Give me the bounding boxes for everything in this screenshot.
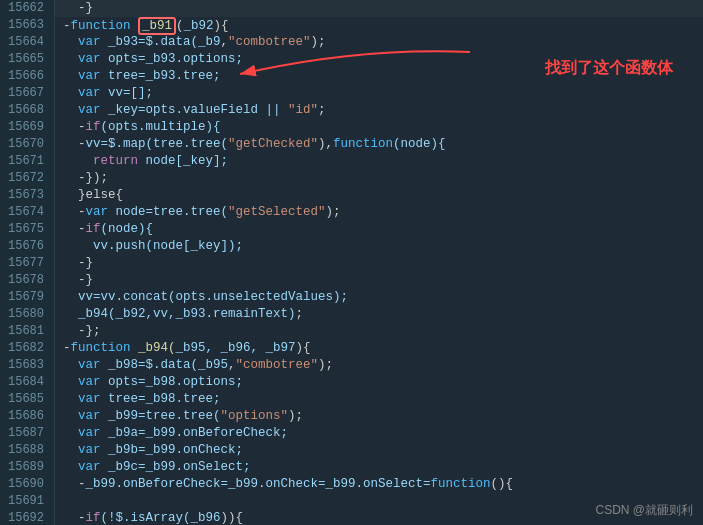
table-row: 15666 var tree=_b93.tree;	[0, 68, 703, 85]
watermark: CSDN @就砸则利	[595, 502, 693, 519]
line-number: 15680	[0, 306, 55, 323]
line-content: var tree=_b93.tree;	[55, 68, 703, 85]
table-row: 15684 var opts=_b98.options;	[0, 374, 703, 391]
line-number: 15682	[0, 340, 55, 357]
line-number: 15667	[0, 85, 55, 102]
line-number: 15670	[0, 136, 55, 153]
line-content: }else{	[55, 187, 703, 204]
line-number: 15679	[0, 289, 55, 306]
table-row: 15667 var vv=[];	[0, 85, 703, 102]
line-content: -vv=$.map(tree.tree("getChecked"),functi…	[55, 136, 703, 153]
line-number: 15672	[0, 170, 55, 187]
table-row: 15672 -});	[0, 170, 703, 187]
line-number: 15675	[0, 221, 55, 238]
line-number: 15685	[0, 391, 55, 408]
line-number: 15676	[0, 238, 55, 255]
table-row: 15668 var _key=opts.valueField || "id";	[0, 102, 703, 119]
line-content: var vv=[];	[55, 85, 703, 102]
line-number: 15669	[0, 119, 55, 136]
line-number: 15668	[0, 102, 55, 119]
line-content: return node[_key];	[55, 153, 703, 170]
line-number: 15677	[0, 255, 55, 272]
line-number: 15663	[0, 17, 55, 34]
table-row: 15676 vv.push(node[_key]);	[0, 238, 703, 255]
line-content: var tree=_b98.tree;	[55, 391, 703, 408]
table-row: 15671 return node[_key];	[0, 153, 703, 170]
line-number: 15678	[0, 272, 55, 289]
table-row: 15680 _b94(_b92,vv,_b93.remainText);	[0, 306, 703, 323]
table-row: 15670 -vv=$.map(tree.tree("getChecked"),…	[0, 136, 703, 153]
line-content: -});	[55, 170, 703, 187]
line-content: -}	[55, 272, 703, 289]
table-row: 15675 -if(node){	[0, 221, 703, 238]
line-number: 15688	[0, 442, 55, 459]
line-content: _b94(_b92,vv,_b93.remainText);	[55, 306, 703, 323]
table-row: 15682-function _b94(_b95, _b96, _b97){	[0, 340, 703, 357]
line-content: var _b9b=_b99.onCheck;	[55, 442, 703, 459]
table-row: 15689 var _b9c=_b99.onSelect;	[0, 459, 703, 476]
line-content: -if(opts.multiple){	[55, 119, 703, 136]
line-number: 15681	[0, 323, 55, 340]
line-content: var opts=_b93.options;	[55, 51, 703, 68]
line-content: -if(node){	[55, 221, 703, 238]
line-content: -function _b91(_b92){	[55, 17, 703, 35]
table-row: 15677 -}	[0, 255, 703, 272]
line-content: var _b99=tree.tree("options");	[55, 408, 703, 425]
code-container: 15662 -}15663-function _b91(_b92){15664 …	[0, 0, 703, 525]
table-row: 15685 var tree=_b98.tree;	[0, 391, 703, 408]
line-number: 15666	[0, 68, 55, 85]
line-content: -var node=tree.tree("getSelected");	[55, 204, 703, 221]
line-content: -_b99.onBeforeCheck=_b99.onCheck=_b99.on…	[55, 476, 703, 493]
line-content: var _b93=$.data(_b9,"combotree");	[55, 34, 703, 51]
table-row: 15690 -_b99.onBeforeCheck=_b99.onCheck=_…	[0, 476, 703, 493]
line-number: 15662	[0, 0, 55, 17]
line-number: 15690	[0, 476, 55, 493]
line-content: var opts=_b98.options;	[55, 374, 703, 391]
table-row: 15665 var opts=_b93.options;	[0, 51, 703, 68]
table-row: 15674 -var node=tree.tree("getSelected")…	[0, 204, 703, 221]
line-content: -}	[55, 0, 703, 17]
table-row: 15662 -}	[0, 0, 703, 17]
table-row: 15669 -if(opts.multiple){	[0, 119, 703, 136]
line-content: var _b9c=_b99.onSelect;	[55, 459, 703, 476]
line-content: vv=vv.concat(opts.unselectedValues);	[55, 289, 703, 306]
line-content: -};	[55, 323, 703, 340]
line-number: 15683	[0, 357, 55, 374]
table-row: 15687 var _b9a=_b99.onBeforeCheck;	[0, 425, 703, 442]
table-row: 15679 vv=vv.concat(opts.unselectedValues…	[0, 289, 703, 306]
line-content: vv.push(node[_key]);	[55, 238, 703, 255]
line-number: 15686	[0, 408, 55, 425]
line-content: var _b98=$.data(_b95,"combotree");	[55, 357, 703, 374]
table-row: 15663-function _b91(_b92){	[0, 17, 703, 34]
table-row: 15683 var _b98=$.data(_b95,"combotree");	[0, 357, 703, 374]
line-content: var _key=opts.valueField || "id";	[55, 102, 703, 119]
table-row: 15678 -}	[0, 272, 703, 289]
line-number: 15684	[0, 374, 55, 391]
line-number: 15665	[0, 51, 55, 68]
line-number: 15692	[0, 510, 55, 525]
line-number: 15691	[0, 493, 55, 510]
table-row: 15673 }else{	[0, 187, 703, 204]
line-content: -function _b94(_b95, _b96, _b97){	[55, 340, 703, 357]
line-content: -}	[55, 255, 703, 272]
line-number: 15674	[0, 204, 55, 221]
line-number: 15689	[0, 459, 55, 476]
line-content: var _b9a=_b99.onBeforeCheck;	[55, 425, 703, 442]
table-row: 15686 var _b99=tree.tree("options");	[0, 408, 703, 425]
table-row: 15664 var _b93=$.data(_b9,"combotree");	[0, 34, 703, 51]
table-row: 15688 var _b9b=_b99.onCheck;	[0, 442, 703, 459]
line-number: 15664	[0, 34, 55, 51]
line-number: 15673	[0, 187, 55, 204]
line-number: 15671	[0, 153, 55, 170]
table-row: 15681 -};	[0, 323, 703, 340]
line-number: 15687	[0, 425, 55, 442]
